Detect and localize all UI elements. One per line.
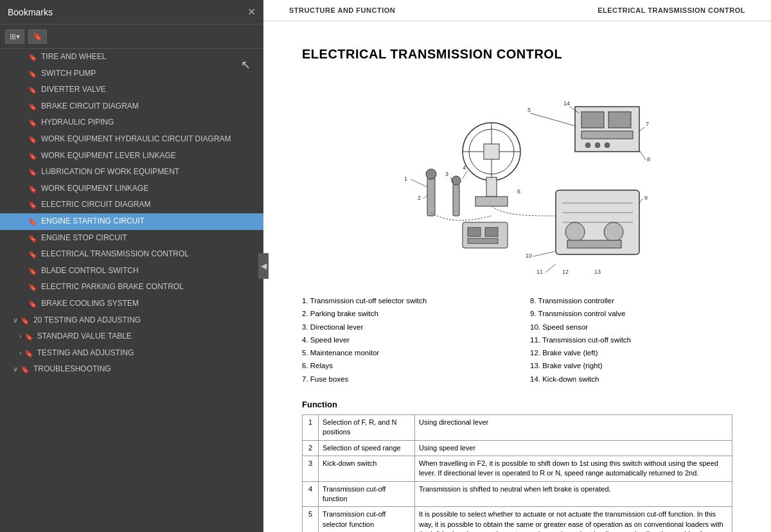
svg-text:11: 11 xyxy=(536,269,543,275)
bookmark-flag-icon: 🔖 xyxy=(28,118,37,127)
bookmark-flag-icon: 🔖 xyxy=(28,102,37,111)
bookmark-item-lubrication[interactable]: 🔖LUBRICATION OF WORK EQUIPMENT xyxy=(0,164,263,181)
bookmark-item-testing-section[interactable]: ∨🔖20 TESTING AND ADJUSTING xyxy=(0,312,263,329)
bookmark-add-button[interactable]: 🔖 xyxy=(28,30,47,44)
bookmark-flag-icon: 🔖 xyxy=(28,283,37,292)
bookmarks-toolbar: ⊞▾ 🔖 ↖ xyxy=(0,24,263,49)
bookmark-label: SWITCH PUMP xyxy=(41,69,258,79)
part-item: 2. Parking brake switch xyxy=(302,308,504,319)
table-cell-name: Kick-down switch xyxy=(319,456,415,481)
svg-rect-52 xyxy=(468,227,481,236)
part-item: 10. Speed sensor xyxy=(530,322,732,333)
svg-text:13: 13 xyxy=(594,269,601,275)
svg-point-31 xyxy=(426,169,436,179)
close-button[interactable]: ✕ xyxy=(247,6,256,18)
bookmark-icon: 🔖 xyxy=(33,32,42,41)
collapse-panel-button[interactable]: ◀ xyxy=(258,253,269,279)
svg-rect-29 xyxy=(567,240,621,248)
svg-rect-10 xyxy=(608,112,631,128)
parts-list: 1. Transmission cut-off selector switch2… xyxy=(302,296,732,387)
part-item: 4. Speed lever xyxy=(302,335,504,346)
svg-rect-54 xyxy=(468,238,498,244)
svg-rect-9 xyxy=(581,112,604,128)
bookmark-label: WORK EQUIPMENT HYDRAULIC CIRCUIT DIAGRAM xyxy=(41,134,258,145)
table-cell-desc: Using speed lever xyxy=(415,440,732,456)
bookmark-flag-icon: 🔖 xyxy=(28,299,37,308)
bookmark-flag-icon: 🔖 xyxy=(28,69,37,78)
bookmark-flag-icon: 🔖 xyxy=(28,168,37,177)
document-header-bar: STRUCTURE AND FUNCTION ELECTRICAL TRANSM… xyxy=(263,0,771,21)
table-cell-desc: Using directional lever xyxy=(415,414,732,440)
function-title: Function xyxy=(302,400,732,409)
bookmark-item-testing-adj[interactable]: ›🔖TESTING AND ADJUSTING xyxy=(0,345,263,362)
bookmark-label: DIVERTER VALVE xyxy=(41,85,258,95)
svg-rect-53 xyxy=(485,227,498,236)
parts-column-right: 8. Transmission controller9. Transmissio… xyxy=(530,296,732,387)
bookmark-item-brake-cooling[interactable]: 🔖BRAKE COOLING SYSTEM xyxy=(0,296,263,312)
expand-icon: ∨ xyxy=(13,315,18,324)
bookmark-item-tire[interactable]: 🔖TIRE AND WHEEL xyxy=(0,49,263,66)
bookmark-item-hydraulic-piping[interactable]: 🔖HYDRAULIC PIPING xyxy=(0,114,263,131)
grid-view-button[interactable]: ⊞▾ xyxy=(5,30,24,44)
table-cell-num: 1 xyxy=(303,414,319,440)
table-cell-name: Transmission cut-off selector function xyxy=(319,507,415,532)
table-cell-desc: It is possible to select whether to actu… xyxy=(415,507,732,532)
bookmark-label: HYDRAULIC PIPING xyxy=(41,118,258,128)
svg-point-13 xyxy=(595,143,600,148)
bookmark-flag-icon: 🔖 xyxy=(28,200,37,209)
bookmark-item-engine-starting[interactable]: 🔖ENGINE STARTING CIRCUIT xyxy=(0,213,263,230)
bookmark-item-electric-parking[interactable]: 🔖ELECTRIC PARKING BRAKE CONTROL xyxy=(0,279,263,296)
bookmark-item-switch-pump[interactable]: 🔖SWITCH PUMP xyxy=(0,66,263,82)
svg-text:10: 10 xyxy=(526,253,532,259)
part-item: 1. Transmission cut-off selector switch xyxy=(302,296,504,306)
bookmark-item-electrical-trans[interactable]: 🔖ELECTRICAL TRANSMISSION CONTROL xyxy=(0,246,263,263)
svg-point-12 xyxy=(585,143,590,148)
bookmark-label: ELECTRICAL TRANSMISSION CONTROL xyxy=(41,249,258,260)
table-row: 3Kick-down switchWhen travelling in F2, … xyxy=(303,456,732,481)
svg-rect-5 xyxy=(484,144,499,159)
bookmark-flag-icon: 🔖 xyxy=(28,184,37,193)
bookmark-item-troubleshooting[interactable]: ∨🔖TROUBLESHOOTING xyxy=(0,361,263,378)
bookmark-item-work-equip-lever[interactable]: 🔖WORK EQUIPMENT LEVER LINKAGE xyxy=(0,148,263,164)
bookmark-label: BRAKE CIRCUIT DIAGRAM xyxy=(41,102,258,112)
bookmark-label: ENGINE STARTING CIRCUIT xyxy=(41,217,258,227)
bookmark-label: ENGINE STOP CIRCUIT xyxy=(41,233,258,244)
bookmark-flag-icon: 🔖 xyxy=(28,152,37,161)
table-row: 2Selection of speed rangeUsing speed lev… xyxy=(303,440,732,456)
bookmark-label: WORK EQUIPMENT LEVER LINKAGE xyxy=(41,151,258,161)
bookmark-item-work-equip-linkage[interactable]: 🔖WORK EQUIPMENT LINKAGE xyxy=(0,181,263,197)
bookmark-item-diverter[interactable]: 🔖DIVERTER VALVE xyxy=(0,82,263,98)
part-item: 14. Kick-down switch xyxy=(530,374,732,385)
bookmark-flag-icon: 🔖 xyxy=(21,365,30,374)
doc-header-right: ELECTRICAL TRANSMISSION CONTROL xyxy=(598,6,745,14)
function-table: 1Selection of F, R, and N positionsUsing… xyxy=(302,414,732,532)
bookmark-item-standard-value[interactable]: ›🔖STANDARD VALUE TABLE xyxy=(0,328,263,345)
bookmarks-panel: Bookmarks ✕ ⊞▾ 🔖 ↖ 🔖TIRE AND WHEEL🔖SWITC… xyxy=(0,0,263,532)
part-item: 11. Transmission cut-off switch xyxy=(530,335,732,346)
bookmark-item-blade-control[interactable]: 🔖BLADE CONTROL SWITCH xyxy=(0,263,263,279)
svg-point-28 xyxy=(604,222,623,242)
bookmarks-header: Bookmarks ✕ xyxy=(0,0,263,24)
bookmark-item-work-equip-hydraulic[interactable]: 🔖WORK EQUIPMENT HYDRAULIC CIRCUIT DIAGRA… xyxy=(0,131,263,148)
part-item: 7. Fuse boxes xyxy=(302,374,504,385)
bookmark-flag-icon: 🔖 xyxy=(28,250,37,259)
bookmarks-title: Bookmarks xyxy=(8,7,53,17)
equipment-diagram: 5 14 7 8 xyxy=(302,75,732,283)
expand-icon: › xyxy=(19,332,22,341)
svg-text:2: 2 xyxy=(418,195,421,201)
bookmark-item-brake-circuit[interactable]: 🔖BRAKE CIRCUIT DIAGRAM xyxy=(0,98,263,115)
part-item: 8. Transmission controller xyxy=(530,296,732,306)
table-row: 4Transmission cut-off functionTransmissi… xyxy=(303,481,732,507)
table-cell-num: 5 xyxy=(303,507,319,532)
svg-text:14: 14 xyxy=(563,100,570,107)
svg-text:1: 1 xyxy=(404,175,407,182)
svg-rect-7 xyxy=(475,197,508,206)
bookmark-item-electric-circuit[interactable]: 🔖ELECTRIC CIRCUIT DIAGRAM xyxy=(0,197,263,213)
parts-column-left: 1. Transmission cut-off selector switch2… xyxy=(302,296,504,387)
part-item: 9. Transmission control valve xyxy=(530,308,732,319)
part-item: 13. Brake valve (right) xyxy=(530,360,732,371)
page-title: ELECTRICAL TRANSMISSION CONTROL xyxy=(302,47,732,62)
bookmark-item-engine-stop[interactable]: 🔖ENGINE STOP CIRCUIT xyxy=(0,230,263,247)
bookmark-flag-icon: 🔖 xyxy=(28,85,37,94)
table-row: 5Transmission cut-off selector functionI… xyxy=(303,507,732,532)
